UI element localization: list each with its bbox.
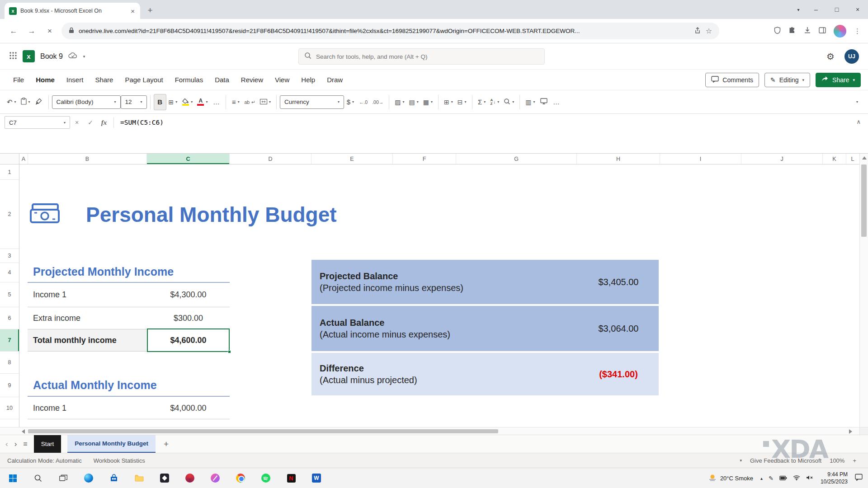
taskbar-search-icon[interactable] [25,468,51,488]
summary-projected-balance[interactable]: Projected Balance (Projected income minu… [311,260,659,304]
downloads-icon[interactable] [804,27,811,36]
wrap-text-button[interactable]: ab↵ [242,94,258,110]
red-app-icon[interactable] [177,468,203,488]
share-page-icon[interactable] [694,27,701,36]
menu-draw[interactable]: Draw [321,70,349,90]
workbook-statistics-button[interactable]: Workbook Statistics [94,457,145,464]
side-panel-icon[interactable] [819,27,826,35]
format-as-table-button[interactable]: ▤▾ [407,94,421,110]
cell-c5[interactable]: $4,300.00 [147,282,230,307]
cancel-entry-icon[interactable]: × [70,119,84,126]
feedback-chevron-icon[interactable]: ▾ [740,458,742,463]
borders-button[interactable]: ⊞▾ [166,94,180,110]
font-name-select[interactable]: Calibri (Body)▾ [52,95,121,109]
scroll-up-arrow[interactable] [862,156,867,160]
sheet-list-menu-icon[interactable]: ≡ [23,440,27,448]
workbook-menu-chevron-icon[interactable]: ▾ [83,54,85,59]
edge-icon[interactable] [76,468,101,488]
spotify-icon[interactable] [253,468,278,488]
vertical-scroll-thumb[interactable] [861,164,867,237]
comments-button[interactable]: Comments [705,73,759,87]
menu-data[interactable]: Data [209,70,235,90]
menu-formulas[interactable]: Formulas [169,70,209,90]
cell-b7[interactable]: Total monthly income [33,329,142,352]
summary-actual-balance[interactable]: Actual Balance (Actual income minus expe… [311,306,659,351]
extensions-puzzle-icon[interactable] [788,27,796,36]
cell-c6[interactable]: $300.00 [147,307,230,329]
selected-cell-c7[interactable]: $4,600.00 [147,328,230,352]
alignment-button[interactable]: ≡▾ [229,94,242,110]
window-minimize-button[interactable]: – [806,0,826,19]
word-icon[interactable]: W [304,468,329,488]
tab-close-icon[interactable]: × [130,7,136,15]
menu-page-layout[interactable]: Page Layout [119,70,169,90]
settings-gear-icon[interactable]: ⚙ [826,51,835,62]
scroll-right-arrow[interactable] [849,429,852,434]
search-input[interactable] [316,53,539,60]
menu-insert[interactable]: Insert [61,70,90,90]
browser-tab[interactable]: x Book 9.xlsx - Microsoft Excel On × [5,3,140,19]
sheet-tab-personal-monthly-budget[interactable]: Personal Monthly Budget [67,435,156,453]
scroll-left-arrow[interactable] [22,429,25,434]
battery-icon[interactable] [779,474,787,482]
cell-styles-button[interactable]: ▦▾ [421,94,435,110]
back-icon[interactable]: ← [5,23,22,39]
menu-review[interactable]: Review [235,70,269,90]
fill-handle[interactable] [228,350,231,353]
vertical-scrollbar[interactable] [859,154,868,427]
design-app-icon[interactable] [203,468,228,488]
hidden-icons-chevron-icon[interactable]: ▴ [760,476,763,481]
cell-c10[interactable]: $4,000.00 [147,397,230,419]
menu-file[interactable]: File [7,70,30,90]
excel-logo-icon[interactable]: x [23,50,35,62]
confirm-entry-icon[interactable]: ✓ [84,119,97,126]
app-launcher-icon[interactable] [9,52,17,61]
conditional-formatting-button[interactable]: ▨▾ [392,94,406,110]
task-view-icon[interactable] [51,468,76,488]
forward-icon[interactable]: → [24,23,40,39]
workbook-name[interactable]: Book 9 [40,52,63,61]
wifi-icon[interactable] [793,474,800,482]
new-tab-button[interactable]: + [144,4,156,17]
cells-area[interactable]: Personal Monthly Budget Projected Monthl… [0,154,868,427]
action-center-icon[interactable] [855,474,863,483]
bookmark-star-icon[interactable]: ☆ [706,27,712,35]
editing-mode-button[interactable]: ✎ Editing ▾ [764,73,810,87]
browser-profile-avatar[interactable] [834,25,846,38]
more-font-options-button[interactable]: … [210,94,222,110]
sheet-prev-icon[interactable]: ‹ [5,440,8,449]
tab-search-icon[interactable]: ▾ [791,0,806,19]
cell-b6[interactable]: Extra income [33,307,142,329]
ribbon-display-options-button[interactable]: ▾ [851,94,863,110]
volume-muted-icon[interactable] [806,474,813,482]
workbook-view-button[interactable] [538,94,550,110]
office-search-box[interactable] [298,48,545,65]
formula-input[interactable]: =SUM(C5:C6) [120,119,164,126]
account-avatar[interactable]: UJ [844,49,859,64]
find-button[interactable]: ▾ [501,94,516,110]
sheet-view-button[interactable]: ▥▾ [523,94,537,110]
horizontal-scroll-thumb[interactable] [28,429,498,433]
address-bar[interactable]: onedrive.live.com/edit?id=21F8F6B4C5D409… [61,23,719,39]
chrome-icon[interactable] [228,468,253,488]
add-sheet-icon[interactable]: + [162,439,170,449]
stop-loading-icon[interactable]: × [42,23,58,39]
paste-button[interactable]: ▾ [19,94,33,110]
file-explorer-icon[interactable] [127,468,152,488]
decrease-decimal-button[interactable]: .00→ [370,94,386,110]
menu-share[interactable]: Share [89,70,119,90]
shield-icon[interactable] [774,27,781,36]
start-button[interactable] [0,468,25,488]
currency-format-button[interactable]: $▾ [344,94,357,110]
weather-widget[interactable]: 20°C Smoke [708,474,753,483]
window-maximize-button[interactable]: □ [826,0,847,19]
font-color-button[interactable]: A▾ [195,94,210,110]
font-size-select[interactable]: 12▾ [121,95,147,109]
dark-app-icon[interactable] [152,468,177,488]
microsoft-store-icon[interactable] [101,468,127,488]
delete-cells-button[interactable]: ⊟▾ [455,94,469,110]
taskbar-clock[interactable]: 9:44 PM 10/25/2023 [821,471,848,485]
number-format-select[interactable]: Currency▾ [280,95,344,109]
format-painter-button[interactable] [33,94,45,110]
increase-decimal-button[interactable]: ←.0 [357,94,370,110]
